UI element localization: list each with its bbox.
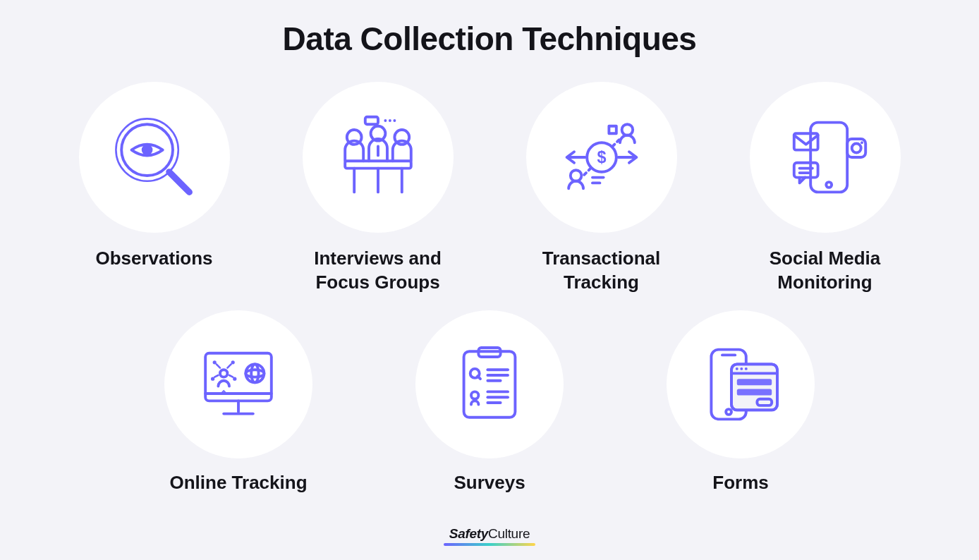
svg-point-42 — [251, 364, 258, 382]
item-label: Forms — [712, 471, 768, 495]
svg-point-13 — [384, 119, 387, 122]
svg-rect-73 — [737, 389, 772, 395]
brand-logo: SafetyCulture — [449, 526, 530, 542]
row-1: Observations — [42, 82, 937, 295]
svg-line-49 — [227, 364, 231, 367]
row-2: Online Tracking — [42, 310, 937, 495]
svg-point-22 — [570, 170, 581, 181]
diagram-canvas: Data Collection Techniques Observations — [0, 0, 979, 560]
svg-text:$: $ — [597, 148, 606, 166]
focus-groups-icon — [303, 82, 454, 233]
item-surveys: Surveys — [364, 310, 615, 495]
svg-point-14 — [388, 119, 391, 122]
surveys-icon — [415, 310, 564, 458]
brand-part1: Safety — [449, 526, 488, 541]
item-label: Online Tracking — [169, 471, 307, 495]
brand-footer: SafetyCulture — [444, 526, 535, 546]
transactional-icon: $ — [526, 82, 677, 233]
item-label: Interviews and Focus Groups — [314, 247, 442, 295]
svg-line-51 — [229, 375, 233, 377]
item-transactional: $ — [490, 82, 713, 295]
brand-part2: Culture — [488, 526, 530, 541]
svg-point-41 — [245, 370, 264, 377]
page-title: Data Collection Techniques — [283, 20, 697, 58]
svg-point-2 — [141, 145, 152, 156]
svg-rect-72 — [737, 379, 772, 385]
svg-point-70 — [740, 367, 743, 370]
svg-line-50 — [214, 375, 218, 377]
svg-point-59 — [471, 391, 478, 398]
item-label: Surveys — [454, 471, 525, 495]
svg-point-71 — [745, 367, 748, 370]
svg-line-55 — [478, 376, 480, 379]
item-observations: Observations — [42, 82, 266, 295]
svg-point-15 — [393, 119, 396, 122]
svg-point-35 — [861, 141, 863, 144]
item-forms: Forms — [615, 310, 866, 495]
item-online-tracking: Online Tracking — [113, 310, 364, 495]
social-media-icon — [750, 82, 901, 233]
item-label: Observations — [95, 247, 212, 271]
svg-rect-52 — [464, 351, 516, 418]
observations-icon — [79, 82, 230, 233]
svg-point-28 — [826, 182, 832, 188]
svg-point-64 — [726, 409, 731, 415]
item-label: Transactional Tracking — [542, 247, 661, 295]
svg-rect-30 — [793, 163, 817, 178]
item-focus-groups: Interviews and Focus Groups — [266, 82, 490, 295]
item-social-media: Social Media Monitoring — [713, 82, 937, 295]
svg-point-20 — [621, 124, 633, 135]
forms-icon — [667, 310, 815, 458]
svg-rect-21 — [609, 126, 616, 133]
svg-rect-29 — [793, 133, 817, 150]
svg-point-34 — [851, 144, 861, 153]
svg-point-43 — [220, 370, 227, 377]
item-label: Social Media Monitoring — [770, 247, 881, 295]
online-tracking-icon — [164, 310, 312, 458]
svg-line-26 — [583, 169, 590, 176]
svg-point-40 — [245, 364, 264, 382]
svg-line-3 — [169, 172, 189, 193]
svg-rect-12 — [365, 117, 377, 124]
brand-underline — [444, 543, 535, 546]
svg-line-48 — [217, 364, 220, 367]
svg-point-69 — [736, 367, 738, 370]
